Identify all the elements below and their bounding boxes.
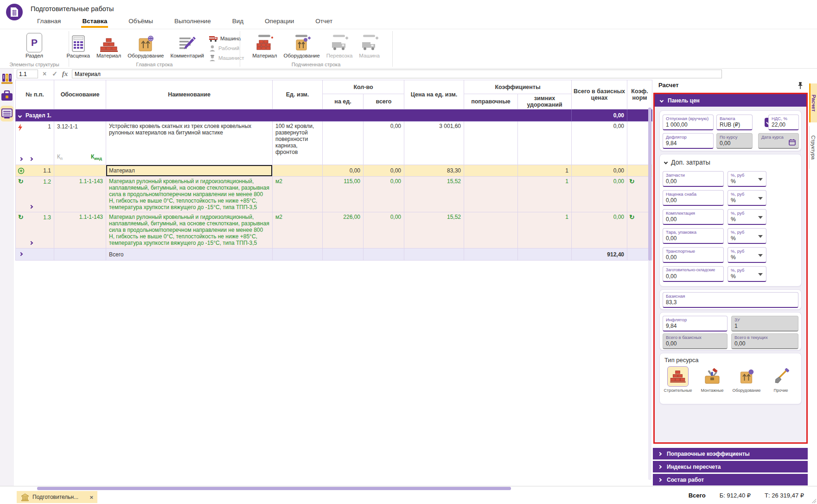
kommentarij-button[interactable]: Комментарий	[168, 32, 205, 59]
crate-add-icon	[293, 34, 311, 52]
row-unit-cell[interactable]: м2	[273, 177, 323, 212]
menu-tab-vstavka[interactable]: Вставка	[81, 16, 108, 28]
expand-chevron-icon[interactable]	[19, 252, 23, 256]
tara-field[interactable]: Тара, упаковка0,00	[663, 228, 724, 244]
row-total-cell[interactable]: 0,00	[572, 121, 627, 165]
mashinist-button[interactable]: Машинист	[209, 54, 244, 62]
row-basis-cell[interactable]: 1.1-1-143	[54, 177, 106, 212]
expand-chevron-icon[interactable]	[29, 157, 33, 161]
total-row[interactable]: Всего 912,40	[16, 249, 652, 261]
row-unit-cell[interactable]: 100 м2 кровли, развернутой поверхности к…	[273, 121, 323, 165]
resource-stroitelnye-button[interactable]: Строительные	[662, 366, 694, 393]
menu-tab-vypolnenie[interactable]: Выполнение	[173, 16, 212, 28]
perevozka-button[interactable]: Перевозка	[325, 32, 355, 59]
oborudovanie-button[interactable]: Оборудование	[126, 32, 166, 59]
zapchasti-unit-select[interactable]: %, руб%	[728, 171, 766, 187]
side-tab-raschet[interactable]: Расчет	[809, 83, 817, 122]
komplekt-field[interactable]: Комплектация0,00	[663, 209, 724, 225]
row-basis-cell[interactable]: 3.12-1-1 Кп Кинд	[54, 121, 106, 165]
rascenka-button[interactable]: Расценка	[65, 32, 92, 59]
function-button[interactable]: fx	[60, 69, 70, 78]
deflator-field[interactable]: Дефлятор 9,84	[663, 133, 714, 149]
sub-mashina-button[interactable]: Машина	[357, 32, 382, 59]
table-row[interactable]: 1 3.12-1-1 Кп Кинд Устройство кровель ск…	[16, 121, 652, 165]
price-panel-header[interactable]: Панель цен	[655, 94, 806, 107]
mashina-button[interactable]: Машина	[209, 34, 244, 43]
accordion-indeksy[interactable]: Индексы пересчета	[653, 461, 808, 472]
expand-chevron-icon[interactable]	[29, 241, 33, 245]
menu-tab-obyomy[interactable]: Объёмы	[128, 16, 154, 28]
add-circle-icon[interactable]	[18, 167, 25, 174]
row-price-cell[interactable]: 3 001,60	[404, 121, 464, 165]
razdel-button[interactable]: P Раздел	[24, 32, 45, 59]
bazisnaya-field[interactable]: Базисная83,3	[663, 292, 798, 308]
formula-value-input[interactable]	[72, 70, 722, 78]
table-row[interactable]: 1.1 Материал 0,00 0,00 83,30 1 0,00	[16, 165, 652, 177]
menu-tab-operacii[interactable]: Операции	[264, 16, 295, 28]
row-name-cell[interactable]: Материал рулонный кровельный и гидроизол…	[106, 177, 273, 212]
accordion-sostav-rabot[interactable]: Состав работ	[653, 474, 808, 485]
tara-unit-select[interactable]: %, руб%	[728, 228, 766, 244]
row-name-cell[interactable]: Материал рулонный кровельный и гидроизол…	[106, 212, 273, 249]
vertical-scrollbar[interactable]	[648, 108, 651, 480]
binders-view-button[interactable]	[0, 70, 14, 86]
zagotovit-unit-select[interactable]: %, руб%	[728, 266, 766, 282]
cancel-entry-button[interactable]: ×	[40, 69, 49, 78]
menu-tab-glavnaya[interactable]: Главная	[36, 16, 62, 28]
close-icon[interactable]: ×	[89, 494, 93, 501]
resource-prochie-button[interactable]: Прочие	[765, 366, 797, 393]
row-num-cell[interactable]: ↻ 1.2	[16, 177, 54, 212]
sub-oborudovanie-button[interactable]: Оборудование	[281, 32, 321, 59]
resize-grip[interactable]	[811, 498, 816, 503]
kp-coefficient[interactable]: Кп	[57, 153, 63, 161]
menu-tab-otchet[interactable]: Отчет	[314, 16, 333, 28]
resource-montazhnye-button[interactable]: Монтажные	[696, 366, 728, 393]
selected-cell[interactable]: Материал	[106, 165, 273, 177]
zapchasti-field[interactable]: Запчасти0,00	[663, 171, 724, 187]
section-total-cell[interactable]: 0,00	[572, 109, 627, 121]
nacenka-unit-select[interactable]: %, руб%	[728, 190, 766, 206]
table-row[interactable]: ↻ 1.3 1.1-1-143 Материал рулонный кровел…	[16, 212, 652, 249]
resource-oborudovanie-button[interactable]: Оборудование	[730, 366, 763, 393]
komplekt-unit-select[interactable]: %, руб%	[728, 209, 766, 225]
extra-costs-header[interactable]: Доп. затраты	[664, 159, 710, 166]
document-tab[interactable]: Подготовительн... ×	[17, 491, 97, 503]
expand-chevron-icon[interactable]	[19, 157, 23, 161]
expand-chevron-icon[interactable]	[29, 205, 33, 209]
menu-tab-vid[interactable]: Вид	[231, 16, 244, 28]
scrollbar-thumb[interactable]	[648, 108, 651, 261]
confirm-entry-button[interactable]: ✓	[50, 69, 59, 78]
pin-icon[interactable]	[797, 82, 804, 89]
nacenka-field[interactable]: Наценка снаба0,00	[663, 190, 724, 206]
transport-unit-select[interactable]: %, руб%	[728, 247, 766, 263]
side-tab-struktura[interactable]: Структура	[809, 126, 817, 169]
row-num-cell[interactable]: 1	[16, 121, 54, 165]
transport-field[interactable]: Транспортные0,00	[663, 247, 724, 263]
table-row[interactable]: ↻ 1.2 1.1-1-143 Материал рулонный кровел…	[16, 177, 652, 212]
cell-reference-input[interactable]	[17, 70, 38, 78]
nds-field[interactable]: НДС, % 22,00	[768, 115, 799, 130]
row-name-cell[interactable]: Устройство кровель скатных из трех слоев…	[106, 121, 273, 165]
row-num-cell[interactable]: ↻ 1.3	[16, 212, 54, 249]
kind-coefficient[interactable]: Кинд	[91, 153, 102, 161]
zagotovit-field[interactable]: Заготовительно-складские0,00	[663, 266, 724, 282]
accordion-popravochnye[interactable]: Поправочные коэффициенты	[653, 448, 808, 459]
estimate-view-button[interactable]	[0, 106, 13, 121]
rabochij-button[interactable]: Рабочий	[209, 44, 244, 52]
row-basis-cell[interactable]: 1.1-1-143	[54, 212, 106, 249]
calendar-icon[interactable]	[789, 139, 796, 146]
sub-material-button[interactable]: Материал	[250, 32, 279, 59]
currency-select[interactable]: Валюта RUB (₽)	[716, 115, 753, 130]
section-title-cell[interactable]: Раздел 1.	[16, 109, 572, 121]
row-qty-cell[interactable]: 0,00	[364, 121, 404, 165]
inflator-field[interactable]: Инфлятор9,84	[663, 316, 728, 332]
collapse-chevron-icon[interactable]	[18, 114, 22, 117]
briefcase-view-button[interactable]	[0, 88, 14, 104]
status-base-sum: Б: 912,40 ₽	[720, 492, 751, 499]
otpusk-field[interactable]: Отпускная (вручную) 1 000,00	[663, 115, 714, 130]
section-row[interactable]: Раздел 1. 0,00	[16, 109, 652, 121]
row-num-cell[interactable]: 1.1	[16, 165, 54, 177]
row-unit-cell[interactable]: м2	[273, 212, 323, 249]
material-button[interactable]: Материал	[95, 32, 123, 59]
horizontal-scrollbar[interactable]	[37, 487, 511, 490]
